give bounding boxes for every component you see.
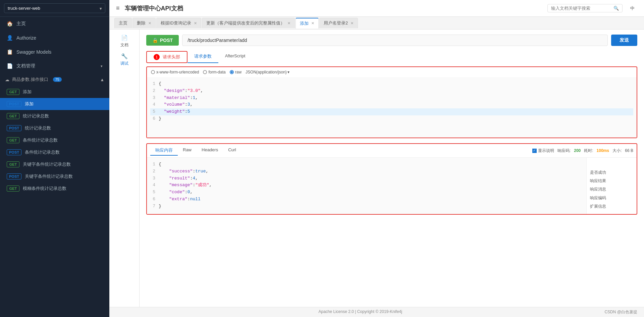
tab-request-headers[interactable]: 1 请求头部 <box>146 51 187 63</box>
resp-tab-raw[interactable]: Raw <box>178 146 197 156</box>
response-meta: 显示说明 响应码: 200 耗时: 100ms 大小: 66 B <box>532 148 633 154</box>
comment-extra: 扩展信息 <box>590 202 633 211</box>
doc-manage-icon: 📄 <box>7 63 13 69</box>
lock-icon: 🔒 <box>152 38 158 43</box>
tabs-bar: 主页 删除 ✕ 根据ID查询记录 ✕ 更新（客户端提供改变后的完整属性值） ✕ … <box>109 17 644 30</box>
sidebar: truck-server-web 🏠 主页 👤 Authorize 📋 Swag… <box>0 0 109 317</box>
dropdown-arrow: ▾ <box>287 70 289 74</box>
section-badge: 75 <box>53 77 62 82</box>
code-line-3: 3 "material": 1, <box>150 95 633 102</box>
resp-line-6: 6 "extra": null <box>150 196 583 203</box>
method-tag-get-2: GET <box>7 113 19 119</box>
left-panel: 📄 文档 🔧 调试 <box>109 30 140 307</box>
code-line-6: 6 } <box>150 115 633 122</box>
tab-afterscript[interactable]: AfterScript <box>218 51 252 63</box>
tab-delete-close[interactable]: ✕ <box>148 21 151 25</box>
api-item-get-count1[interactable]: GET 统计记录总数 <box>0 110 109 122</box>
resp-tab-curl[interactable]: Curl <box>223 146 241 156</box>
api-item-post-add[interactable]: POST 添加 <box>0 98 109 110</box>
sidebar-item-swagger[interactable]: 📋 Swagger Models <box>0 45 109 59</box>
footer: Apache License 2.0 | Copyright © 2019-Kn… <box>109 307 644 317</box>
search-bar: 🔍 <box>547 4 623 12</box>
comment-success: 是否成功 <box>590 168 633 177</box>
authorize-icon: 👤 <box>7 35 13 41</box>
response-body: 1 { 2 "success": true, 3 "result": 4, <box>147 158 637 214</box>
endpoint-header: 🔒 POST /truck/productParameter/add 发送 <box>146 35 637 46</box>
resp-line-1: 1 { <box>150 161 583 168</box>
api-item-get-add[interactable]: GET 添加 <box>0 86 109 98</box>
radio-raw[interactable]: raw <box>230 70 241 74</box>
code-line-1: 1 { <box>150 81 633 88</box>
api-item-get-kw-count[interactable]: GET 关键字条件统计记录总数 <box>0 158 109 170</box>
response-code-display: 1 { 2 "success": true, 3 "result": 4, <box>147 158 586 214</box>
resp-line-7: 7 } <box>150 203 583 210</box>
response-code-value: 200 <box>574 148 581 153</box>
tab-query-by-id[interactable]: 根据ID查询记录 ✕ <box>156 18 201 28</box>
sidebar-item-home[interactable]: 🏠 主页 <box>0 17 109 31</box>
resp-line-4: 4 "message": "成功", <box>150 182 583 189</box>
comment-message: 响应消息 <box>590 185 633 194</box>
radio-urlencoded[interactable]: x-www-form-urlencoded <box>151 70 199 74</box>
search-input[interactable] <box>551 6 611 11</box>
comment-spacer-1 <box>590 161 633 168</box>
section-cloud-icon: ☁ <box>5 77 9 82</box>
json-type-dropdown[interactable]: JSON(application/json) ▾ <box>246 70 289 74</box>
main-content: ≡ 车辆管理中心API文档 🔍 中 主页 删除 ✕ 根据ID查询记录 ✕ 更新（… <box>109 0 644 317</box>
lang-button[interactable]: 中 <box>628 4 637 13</box>
sidebar-item-doc-manage[interactable]: 📄 文档管理 ▾ <box>0 59 109 73</box>
left-panel-doc[interactable]: 📄 文档 <box>120 35 128 48</box>
tab-home[interactable]: 主页 <box>114 18 132 28</box>
radio-urlencoded-circle <box>151 70 155 74</box>
method-tag-get-5: GET <box>7 186 19 192</box>
request-code-editor[interactable]: 1 { 2 "design": "3.0", 3 "material": 1, <box>147 77 637 138</box>
response-tabs: 响应内容 Raw Headers Curl <box>150 146 241 156</box>
tab-update-close[interactable]: ✕ <box>287 21 290 25</box>
tab-add[interactable]: 添加 ✕ <box>296 18 319 29</box>
api-item-post-kw-count[interactable]: POST 关键字条件统计记录总数 <box>0 170 109 182</box>
post-method-button[interactable]: 🔒 POST <box>146 35 179 46</box>
encoding-options: x-www-form-urlencoded form-data raw JSON… <box>147 67 637 77</box>
tab-query-close[interactable]: ✕ <box>194 21 197 25</box>
response-comments: 是否成功 响应结果 响应消息 响应编码 扩展信息 <box>586 158 637 214</box>
response-size-value: 66 B <box>625 148 633 153</box>
tab-login2[interactable]: 用户名登录2 ✕ <box>319 18 358 28</box>
main-panel: 🔒 POST /truck/productParameter/add 发送 1 … <box>140 30 644 307</box>
method-tag-post-2: POST <box>7 125 21 131</box>
top-bar: ≡ 车辆管理中心API文档 🔍 中 <box>109 0 644 17</box>
show-desc-checkbox[interactable]: 显示说明 <box>532 148 554 154</box>
method-tag-get-4: GET <box>7 161 19 167</box>
footer-center: Apache License 2.0 | Copyright © 2019-Kn… <box>319 309 402 315</box>
method-tag-get-3: GET <box>7 137 19 143</box>
resp-tab-content[interactable]: 响应内容 <box>150 146 178 156</box>
api-item-post-cond-count[interactable]: POST 条件统计记录总数 <box>0 146 109 158</box>
code-line-5: 5 "weight": 5 <box>150 108 633 115</box>
request-body-section: x-www-form-urlencoded form-data raw JSON… <box>146 66 637 138</box>
resp-tab-headers[interactable]: Headers <box>197 146 223 156</box>
method-tag-get: GET <box>7 89 19 95</box>
resp-line-5: 5 "code": 0, <box>150 189 583 196</box>
tab-request-params[interactable]: 请求参数 <box>187 51 218 63</box>
doc-manage-chevron: ▾ <box>101 64 103 68</box>
tab-add-close[interactable]: ✕ <box>311 21 314 25</box>
tab-delete[interactable]: 删除 ✕ <box>132 18 156 28</box>
project-selector-header: truck-server-web <box>0 0 109 17</box>
tab-update[interactable]: 更新（客户端提供改变后的完整属性值） ✕ <box>202 18 295 28</box>
content-area: 📄 文档 🔧 调试 🔒 POST /truck/productParameter… <box>109 30 644 307</box>
response-time-value: 100ms <box>597 148 609 153</box>
search-icon: 🔍 <box>613 6 619 11</box>
api-item-post-count1[interactable]: POST 统计记录总数 <box>0 122 109 134</box>
left-panel-debug[interactable]: 🔧 调试 <box>120 53 128 66</box>
project-selector[interactable]: truck-server-web <box>4 3 105 13</box>
sidebar-section-products[interactable]: ☁ 商品参数.操作接口 75 ▲ <box>0 73 109 86</box>
send-button[interactable]: 发送 <box>611 35 637 46</box>
sidebar-item-authorize[interactable]: 👤 Authorize <box>0 31 109 45</box>
api-item-get-cond-count[interactable]: GET 条件统计记录总数 <box>0 134 109 146</box>
tab-login2-close[interactable]: ✕ <box>351 21 354 25</box>
comment-list: 是否成功 响应结果 响应消息 响应编码 扩展信息 <box>590 168 633 211</box>
radio-formdata[interactable]: form-data <box>203 70 225 74</box>
response-section: 响应内容 Raw Headers Curl <box>146 143 637 215</box>
api-item-get-fuzzy-count[interactable]: GET 模糊条件统计记录总数 <box>0 182 109 195</box>
code-line-4: 4 "volume": 3, <box>150 101 633 108</box>
checkbox-icon <box>532 149 537 153</box>
menu-icon[interactable]: ≡ <box>116 5 120 12</box>
